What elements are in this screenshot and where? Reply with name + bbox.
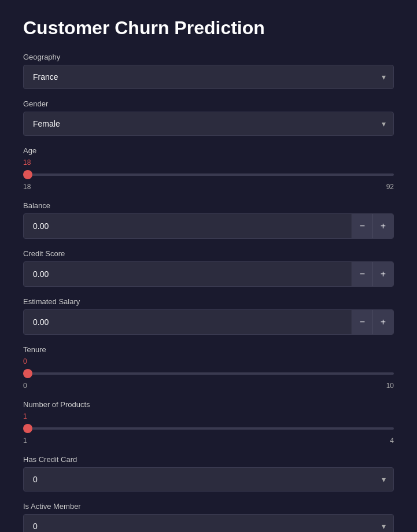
balance-label: Balance	[23, 201, 394, 210]
tenure-labels: 0 10	[23, 382, 394, 390]
balance-decrement-button[interactable]: −	[352, 214, 372, 238]
credit-score-input[interactable]	[24, 263, 352, 286]
tenure-slider[interactable]	[23, 372, 394, 375]
num-products-current-value: 1	[23, 412, 394, 420]
gender-label: Gender	[23, 99, 394, 108]
has-credit-card-group: Has Credit Card 0 1 ▾	[23, 455, 394, 492]
age-max-label: 92	[386, 183, 394, 191]
num-products-label: Number of Products	[23, 400, 394, 409]
tenure-slider-container: 0 0 10	[23, 357, 394, 390]
tenure-track	[23, 368, 394, 379]
credit-score-increment-button[interactable]: +	[372, 262, 393, 286]
geography-select-wrapper: France Germany Spain ▾	[23, 65, 394, 89]
credit-score-input-wrapper: − +	[23, 261, 394, 287]
salary-increment-button[interactable]: +	[372, 310, 393, 334]
has-credit-card-select-wrapper: 0 1 ▾	[23, 467, 394, 492]
credit-score-decrement-button[interactable]: −	[352, 262, 372, 286]
tenure-max-label: 10	[386, 382, 394, 390]
tenure-label: Tenure	[23, 345, 394, 354]
num-products-track	[23, 423, 394, 434]
salary-input[interactable]	[24, 311, 352, 334]
geography-group: Geography France Germany Spain ▾	[23, 53, 394, 89]
tenure-group: Tenure 0 0 10	[23, 345, 394, 390]
credit-score-label: Credit Score	[23, 249, 394, 258]
num-products-group: Number of Products 1 1 4	[23, 400, 394, 445]
salary-group: Estimated Salary − +	[23, 297, 394, 335]
age-label: Age	[23, 146, 394, 155]
balance-input-wrapper: − +	[23, 213, 394, 239]
geography-label: Geography	[23, 53, 394, 61]
num-products-slider-container: 1 1 4	[23, 412, 394, 445]
age-labels: 18 92	[23, 183, 394, 191]
is-active-member-label: Is Active Member	[23, 502, 394, 511]
age-min-label: 18	[23, 183, 31, 191]
tenure-min-label: 0	[23, 382, 27, 390]
has-credit-card-select[interactable]: 0 1	[23, 467, 394, 492]
balance-input[interactable]	[24, 215, 352, 238]
gender-select-wrapper: Female Male ▾	[23, 112, 394, 136]
age-track	[23, 169, 394, 180]
salary-decrement-button[interactable]: −	[352, 310, 372, 334]
salary-input-wrapper: − +	[23, 309, 394, 335]
credit-score-group: Credit Score − +	[23, 249, 394, 287]
num-products-min-label: 1	[23, 437, 27, 445]
tenure-current-value: 0	[23, 357, 394, 365]
page-title: Customer Churn Prediction	[23, 17, 394, 39]
is-active-member-select[interactable]: 0 1	[23, 514, 394, 532]
is-active-member-group: Is Active Member 0 1 ▾	[23, 502, 394, 532]
age-current-value: 18	[23, 158, 394, 167]
age-slider-container: 18 18 92	[23, 158, 394, 191]
balance-group: Balance − +	[23, 201, 394, 239]
num-products-labels: 1 4	[23, 437, 394, 445]
geography-select[interactable]: France Germany Spain	[23, 65, 394, 89]
balance-increment-button[interactable]: +	[372, 214, 393, 238]
has-credit-card-label: Has Credit Card	[23, 455, 394, 464]
gender-select[interactable]: Female Male	[23, 112, 394, 136]
is-active-member-select-wrapper: 0 1 ▾	[23, 514, 394, 532]
age-group: Age 18 18 92	[23, 146, 394, 191]
num-products-slider[interactable]	[23, 427, 394, 430]
age-slider[interactable]	[23, 173, 394, 176]
num-products-max-label: 4	[390, 437, 394, 445]
gender-group: Gender Female Male ▾	[23, 99, 394, 136]
salary-label: Estimated Salary	[23, 297, 394, 306]
